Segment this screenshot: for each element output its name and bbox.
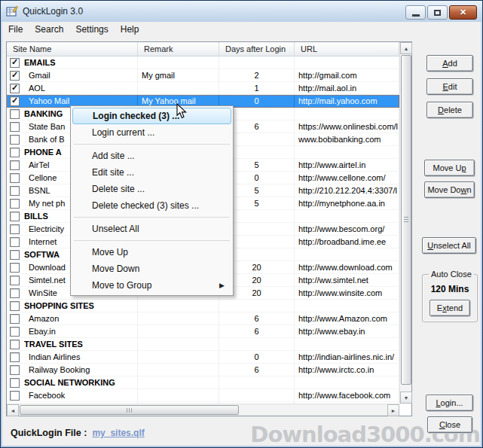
maximize-button[interactable] [427, 5, 448, 20]
url-cell: http://mynetphone.aa.in [295, 197, 399, 210]
column-header[interactable]: Days after Login [219, 42, 295, 56]
row-checkbox[interactable] [10, 314, 20, 324]
table-row[interactable]: TRAVEL SITES [7, 338, 399, 351]
row-checkbox[interactable] [10, 212, 20, 221]
label-text: elete [444, 105, 462, 114]
table-row[interactable]: Amazon6http://www.Amazon.com [7, 312, 399, 325]
days-cell [219, 300, 295, 312]
horizontal-scrollbar-thumb[interactable] [20, 405, 239, 415]
close-window-button[interactable]: ✕ [449, 5, 477, 20]
site-cell: Ebay.in [7, 325, 138, 338]
login-button[interactable]: Login... [426, 395, 473, 411]
extend-button[interactable]: Extend [430, 300, 470, 316]
context-menu-item[interactable]: Login current ... [72, 124, 231, 141]
vertical-scrollbar-thumb[interactable] [401, 55, 411, 385]
footer: QuickLogin File : my_sites.qlf [11, 428, 145, 438]
row-checkbox[interactable] [10, 58, 20, 68]
context-menu-item[interactable]: Delete checked (3) sites ... [72, 197, 231, 214]
table-row[interactable]: Railway Booking6http://www.irctc.co.in [7, 364, 399, 376]
unselect-all-button[interactable]: Unselect All [422, 237, 476, 254]
scroll-down-arrow[interactable]: ▼ [400, 392, 412, 404]
site-cell: SOCIAL NETWORKING [7, 376, 138, 389]
site-name: Ebay.in [29, 325, 56, 337]
scroll-right-arrow[interactable]: ► [387, 404, 399, 416]
url-cell [295, 108, 399, 120]
menubar-item-settings[interactable]: Settings [69, 23, 114, 36]
row-checkbox[interactable] [10, 109, 20, 119]
column-header[interactable]: Site Name [7, 42, 138, 56]
vertical-scrollbar[interactable]: ▲ ▼ [399, 42, 411, 404]
row-checkbox[interactable] [10, 84, 20, 93]
move-down-button[interactable]: Move Down [424, 181, 475, 198]
table-row[interactable]: SHOPPING SITES [7, 300, 399, 312]
table-row[interactable]: EMAILS [7, 56, 399, 69]
column-header[interactable]: URL [295, 42, 399, 56]
row-checkbox[interactable] [10, 327, 20, 337]
context-menu-item[interactable]: Move Down [72, 261, 231, 277]
row-checkbox[interactable] [10, 250, 20, 260]
row-checkbox[interactable] [10, 96, 20, 106]
row-checkbox[interactable] [10, 199, 20, 209]
label-text: nselect All [433, 241, 471, 250]
row-checkbox[interactable] [10, 276, 20, 285]
row-checkbox[interactable] [10, 391, 20, 401]
row-checkbox[interactable] [10, 186, 20, 196]
table-row[interactable]: Facebookhttp://www.facebook.com [7, 389, 399, 402]
row-checkbox[interactable] [10, 148, 20, 157]
horizontal-scrollbar[interactable]: ◄ ► [7, 404, 399, 416]
context-menu-item[interactable]: Login checked (3) ... [72, 108, 231, 124]
label-text: E [443, 82, 448, 91]
row-checkbox[interactable] [10, 288, 20, 298]
close-button[interactable]: Close [427, 416, 472, 433]
row-checkbox[interactable] [10, 173, 20, 183]
table-row[interactable]: SOCIAL NETWORKING [7, 376, 399, 389]
row-checkbox[interactable] [10, 263, 20, 273]
row-checkbox[interactable] [10, 352, 20, 362]
site-name: AOL [29, 82, 45, 94]
row-checkbox[interactable] [10, 365, 20, 375]
minimize-button[interactable] [405, 5, 426, 20]
row-checkbox[interactable] [10, 71, 20, 81]
file-link[interactable]: my_sites.qlf [92, 428, 144, 438]
remark-cell [138, 82, 219, 95]
row-checkbox[interactable] [10, 135, 20, 145]
row-checkbox[interactable] [10, 378, 20, 388]
add-button[interactable]: Add [426, 55, 473, 72]
menubar-item-search[interactable]: Search [29, 23, 69, 36]
move-up-button[interactable]: Move Up [424, 160, 475, 176]
edit-button[interactable]: Edit [426, 78, 473, 95]
url-cell: http://www.ebay.in [295, 325, 399, 338]
row-checkbox[interactable] [10, 340, 20, 349]
column-header[interactable]: Remark [138, 42, 219, 56]
row-checkbox[interactable] [10, 301, 20, 311]
label-text: E [437, 303, 442, 312]
site-name: EMAILS [24, 56, 56, 69]
table-row[interactable]: Ebay.in6http://www.ebay.in [7, 325, 399, 338]
table-row[interactable]: Indian Airlines0http://indian-airlines.n… [7, 351, 399, 364]
menu-separator [74, 217, 230, 218]
url-cell: http://210.212.204.4:3307/l [295, 184, 399, 197]
context-menu-item[interactable]: Add site ... [72, 148, 231, 164]
row-checkbox[interactable] [10, 160, 20, 170]
scroll-left-arrow[interactable]: ◄ [7, 404, 19, 416]
table-row[interactable]: AOL1http://mail.aol.in [7, 82, 399, 95]
site-cell: TRAVEL SITES [7, 338, 138, 351]
site-name: Download [29, 261, 66, 273]
context-menu-item[interactable]: Edit site ... [72, 164, 231, 181]
table-row[interactable]: GmailMy gmail2http://gmail.com [7, 69, 399, 82]
row-checkbox[interactable] [10, 224, 20, 234]
context-menu-item[interactable]: Unselect All [72, 221, 231, 237]
context-menu-item[interactable]: Delete site ... [72, 181, 231, 197]
row-checkbox[interactable] [10, 237, 20, 247]
row-checkbox[interactable] [10, 122, 20, 132]
url-cell [295, 56, 399, 69]
context-menu-item[interactable]: Move to Group▶ [72, 277, 231, 294]
url-cell: https://www.onlinesbi.com/l [295, 120, 399, 133]
menubar-item-file[interactable]: File [2, 23, 29, 36]
site-name: Indian Airlines [29, 351, 81, 363]
scroll-up-arrow[interactable]: ▲ [400, 42, 412, 54]
menubar-item-help[interactable]: Help [115, 23, 145, 36]
delete-button[interactable]: Delete [426, 102, 473, 118]
site-cell: Gmail [7, 69, 138, 82]
context-menu-item[interactable]: Move Up [72, 244, 231, 261]
